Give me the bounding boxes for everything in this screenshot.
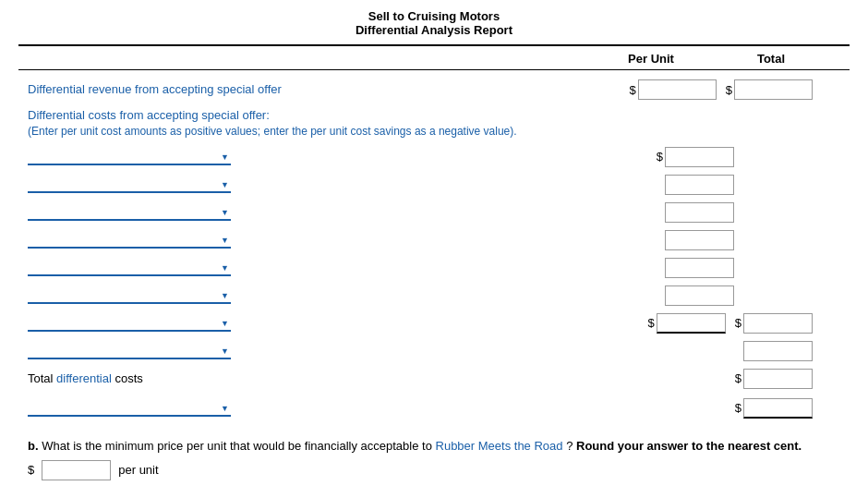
dropdown-6[interactable] [28, 286, 231, 304]
dd7-total-wrapper: $ [735, 313, 813, 334]
dd6-right [665, 285, 850, 306]
dd5-right [665, 258, 850, 278]
dropdown-row-5 [18, 256, 850, 280]
dd7-right: $ $ [648, 313, 850, 334]
dropdown-7-select-container[interactable] [28, 314, 231, 332]
dd3-per-unit-input[interactable] [665, 202, 734, 223]
dd4-right [665, 230, 850, 250]
dropdown-4-select-container[interactable] [28, 231, 231, 249]
dropdown-7[interactable] [28, 314, 231, 332]
costs-label-row: Differential costs from accepting specia… [18, 107, 850, 140]
dropdown-row-3 [18, 200, 850, 225]
total-costs-input[interactable] [743, 369, 813, 389]
dropdown-2[interactable] [28, 176, 231, 193]
part-b-section: b. What is the minimum price per unit th… [18, 439, 850, 480]
total-costs-row: Total differential costs $ [18, 367, 850, 391]
dd1-spacer [743, 147, 813, 167]
dropdown-8[interactable] [28, 342, 231, 359]
report-container: Sell to Cruising Motors Differential Ana… [18, 9, 850, 480]
dropdown-1-select-container[interactable] [28, 148, 231, 165]
dropdown-1[interactable] [28, 148, 231, 165]
dd-last-dollar: $ [735, 401, 741, 415]
dd1-per-unit-input[interactable] [665, 147, 734, 167]
header-divider [18, 69, 850, 70]
dd-last-spacer [657, 398, 726, 419]
dropdown-8-select-container[interactable] [28, 342, 231, 359]
dd2-spacer [743, 175, 813, 195]
total-label-end: costs [112, 371, 143, 385]
dd8-total-input[interactable] [743, 341, 813, 361]
dropdown-3-select-container[interactable] [28, 203, 231, 221]
report-title: Differential Analysis Report [18, 23, 850, 37]
part-b-question-end: ? [566, 439, 576, 453]
dropdown-5[interactable] [28, 259, 231, 276]
dropdown-5-select-container[interactable] [28, 259, 231, 276]
total-label-start: Total [28, 371, 56, 385]
costs-label-text1: Differential costs from accepting specia… [28, 107, 573, 124]
dd3-right [665, 202, 850, 223]
dropdown-last[interactable] [28, 399, 231, 417]
part-b-dollar: $ [28, 463, 34, 477]
dd4-spacer [743, 230, 813, 250]
total-header: Total [729, 52, 813, 66]
dropdown-row-6 [18, 284, 850, 308]
dd2-right [665, 175, 850, 195]
part-b-question-start: What is the minimum price per unit that … [42, 439, 435, 453]
total-costs-dollar: $ [735, 371, 741, 385]
costs-label: Differential costs from accepting specia… [18, 107, 573, 140]
dd7-total-input[interactable] [743, 313, 813, 334]
dd7-per-unit-wrapper: $ [648, 313, 726, 334]
dd-last-total-wrapper: $ [735, 398, 813, 419]
revenue-inputs: $ $ [630, 79, 850, 100]
dropdown-6-select-container[interactable] [28, 286, 231, 304]
top-divider [18, 44, 850, 46]
revenue-label: Differential revenue from accepting spec… [18, 81, 573, 98]
dd1-per-unit-wrapper: $ [657, 147, 734, 167]
dd8-spacer [665, 341, 734, 361]
dd5-per-unit-input[interactable] [665, 258, 734, 278]
total-costs-spacer [657, 369, 726, 389]
dropdown-3[interactable] [28, 203, 231, 221]
dd5-spacer [743, 258, 813, 278]
dd8-right [665, 341, 850, 361]
dropdown-8-container [18, 342, 231, 359]
dd4-per-unit-input[interactable] [665, 230, 734, 250]
dropdown-2-select-container[interactable] [28, 176, 231, 193]
revenue-label-text: Differential revenue from accepting spec… [28, 82, 282, 96]
part-b-letter: b. [28, 439, 39, 453]
part-b-question: b. What is the minimum price per unit th… [28, 439, 850, 453]
report-header: Sell to Cruising Motors Differential Ana… [18, 9, 850, 37]
revenue-total-wrapper: $ [726, 79, 813, 100]
dropdown-5-container [18, 259, 231, 276]
dd6-per-unit-input[interactable] [665, 285, 734, 306]
dropdown-6-container [18, 286, 231, 304]
dropdown-3-container [18, 203, 231, 221]
revenue-total-input[interactable] [734, 79, 813, 100]
dd2-per-unit-input[interactable] [665, 175, 734, 195]
revenue-dollar2: $ [726, 83, 732, 97]
dd7-per-unit-input[interactable] [657, 313, 726, 334]
total-costs-label: Total differential costs [18, 371, 573, 385]
part-b-input-row: $ per unit [28, 460, 850, 480]
dropdown-row-8 [18, 339, 850, 363]
dropdown-row-last: $ [18, 396, 850, 420]
dd7-dollar2: $ [735, 316, 741, 330]
total-costs-input-group: $ [657, 369, 850, 389]
dd6-spacer [743, 285, 813, 306]
revenue-dollar1: $ [630, 83, 636, 97]
part-b-per-unit-label: per unit [118, 463, 158, 477]
total-costs-wrapper: $ [735, 369, 813, 389]
dropdown-row-7: $ $ [18, 311, 850, 335]
part-b-input[interactable] [42, 460, 111, 480]
revenue-per-unit-wrapper: $ [630, 79, 717, 100]
per-unit-header: Per Unit [609, 52, 693, 66]
dropdown-1-container [18, 148, 231, 165]
dd-last-total-input[interactable] [743, 398, 813, 419]
dd7-dollar1: $ [648, 316, 655, 330]
part-b-bold-text: Round your answer to the nearest cent. [576, 439, 802, 453]
dropdown-4[interactable] [28, 231, 231, 249]
dropdown-2-container [18, 176, 231, 193]
dropdown-last-select-container[interactable] [28, 399, 231, 417]
revenue-row: Differential revenue from accepting spec… [18, 78, 850, 102]
revenue-per-unit-input[interactable] [638, 79, 717, 100]
